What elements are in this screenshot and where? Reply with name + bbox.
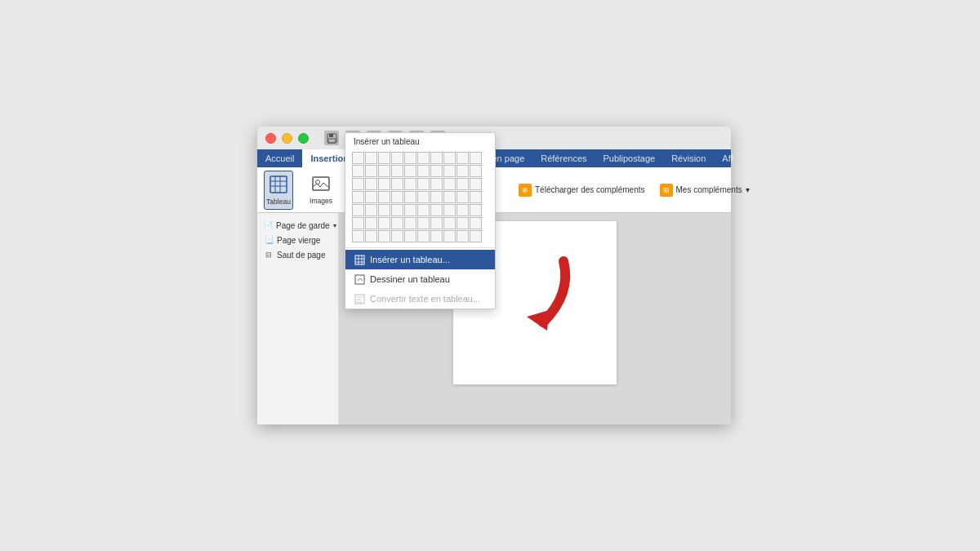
grid-cell-1-7[interactable]	[443, 165, 456, 177]
grid-cell-1-2[interactable]	[378, 165, 390, 177]
grid-cell-4-6[interactable]	[430, 204, 443, 216]
grid-cell-3-7[interactable]	[443, 191, 456, 203]
page-vierge-icon: 📃	[264, 235, 274, 245]
grid-cell-0-6[interactable]	[430, 152, 443, 164]
grid-cell-6-7[interactable]	[443, 230, 456, 242]
grid-cell-2-8[interactable]	[457, 178, 469, 190]
grid-cell-5-9[interactable]	[470, 217, 482, 229]
grid-cell-3-8[interactable]	[457, 191, 469, 203]
grid-cell-6-0[interactable]	[352, 230, 364, 242]
download-addons-icon: ⊕	[519, 184, 532, 197]
grid-cell-6-4[interactable]	[404, 230, 416, 242]
grid-cell-1-8[interactable]	[457, 165, 469, 177]
grid-cell-2-2[interactable]	[378, 178, 390, 190]
grid-cell-0-1[interactable]	[365, 152, 377, 164]
grid-cell-1-6[interactable]	[430, 165, 443, 177]
grid-cell-3-3[interactable]	[391, 191, 403, 203]
grid-cell-4-4[interactable]	[404, 204, 416, 216]
grid-cell-2-3[interactable]	[391, 178, 403, 190]
dropdown-divider-1	[345, 247, 495, 248]
sidebar-item-page-vierge[interactable]: 📃 Page vierge	[257, 233, 338, 247]
grid-cell-6-1[interactable]	[365, 230, 377, 242]
grid-cell-1-4[interactable]	[404, 165, 416, 177]
tab-publipostage[interactable]: Publipostage	[595, 149, 664, 167]
grid-cell-3-9[interactable]	[470, 191, 482, 203]
grid-cell-0-2[interactable]	[378, 152, 390, 164]
grid-cell-3-1[interactable]	[365, 191, 377, 203]
grid-cell-0-8[interactable]	[457, 152, 469, 164]
convert-table-icon	[354, 293, 365, 304]
table-grid[interactable]	[345, 149, 495, 246]
save-icon[interactable]	[324, 131, 339, 145]
grid-cell-2-6[interactable]	[430, 178, 443, 190]
grid-cell-5-0[interactable]	[352, 217, 364, 229]
grid-cell-4-0[interactable]	[352, 204, 364, 216]
grid-cell-6-3[interactable]	[391, 230, 403, 242]
draw-table-label: Dessiner un tableau	[370, 274, 450, 284]
grid-cell-2-7[interactable]	[443, 178, 456, 190]
tab-revision[interactable]: Révision	[663, 149, 714, 167]
tab-accueil[interactable]: Accueil	[257, 149, 302, 167]
grid-cell-4-2[interactable]	[378, 204, 390, 216]
grid-cell-4-5[interactable]	[417, 204, 430, 216]
grid-cell-6-9[interactable]	[470, 230, 482, 242]
grid-cell-0-7[interactable]	[443, 152, 456, 164]
grid-cell-3-0[interactable]	[352, 191, 364, 203]
grid-cell-5-2[interactable]	[378, 217, 390, 229]
grid-cell-4-1[interactable]	[365, 204, 377, 216]
images-button[interactable]: Images	[306, 171, 336, 210]
dropdown-title: Insérer un tableau	[345, 133, 495, 149]
convert-table-item: Convertir texte en tableau...	[345, 289, 495, 309]
insert-table-label: Insérer un tableau...	[370, 255, 450, 264]
grid-cell-5-3[interactable]	[391, 217, 403, 229]
draw-table-item[interactable]: Dessiner un tableau	[345, 269, 495, 289]
grid-cell-1-1[interactable]	[365, 165, 377, 177]
grid-cell-2-5[interactable]	[417, 178, 430, 190]
grid-cell-3-6[interactable]	[430, 191, 443, 203]
grid-cell-3-2[interactable]	[378, 191, 390, 203]
grid-cell-0-9[interactable]	[470, 152, 482, 164]
grid-cell-0-3[interactable]	[391, 152, 403, 164]
grid-cell-3-4[interactable]	[404, 191, 416, 203]
tab-aff[interactable]: Aff	[714, 149, 741, 167]
grid-cell-0-5[interactable]	[417, 152, 430, 164]
sidebar-panel: 📄 Page de garde ▾ 📃 Page vierge ⊟ Saut d…	[257, 213, 339, 424]
grid-cell-1-9[interactable]	[470, 165, 482, 177]
grid-cell-6-2[interactable]	[378, 230, 390, 242]
minimize-button[interactable]	[282, 133, 292, 144]
tab-references[interactable]: Références	[532, 149, 595, 167]
grid-cell-2-0[interactable]	[352, 178, 364, 190]
grid-cell-5-6[interactable]	[430, 217, 443, 229]
my-addons-button[interactable]: ⊞ Mes compléments ▾	[653, 180, 756, 200]
grid-cell-5-5[interactable]	[417, 217, 430, 229]
sidebar-label-saut-de-page: Saut de page	[277, 251, 326, 260]
grid-cell-1-3[interactable]	[391, 165, 403, 177]
grid-cell-0-0[interactable]	[352, 152, 364, 164]
grid-cell-4-3[interactable]	[391, 204, 403, 216]
sidebar-item-saut-de-page[interactable]: ⊟ Saut de page	[257, 247, 338, 262]
download-addons-button[interactable]: ⊕ Télécharger des compléments	[512, 180, 652, 200]
grid-cell-5-8[interactable]	[457, 217, 469, 229]
grid-cell-4-7[interactable]	[443, 204, 456, 216]
grid-cell-1-5[interactable]	[417, 165, 430, 177]
grid-cell-4-9[interactable]	[470, 204, 482, 216]
grid-cell-2-9[interactable]	[470, 178, 482, 190]
grid-cell-5-1[interactable]	[365, 217, 377, 229]
grid-cell-2-1[interactable]	[365, 178, 377, 190]
grid-cell-4-8[interactable]	[457, 204, 469, 216]
insert-table-item[interactable]: Insérer un tableau...	[345, 250, 495, 269]
grid-cell-2-4[interactable]	[404, 178, 416, 190]
close-button[interactable]	[265, 133, 276, 144]
grid-cell-5-7[interactable]	[443, 217, 456, 229]
table-button[interactable]: Tableau	[264, 171, 293, 210]
page-de-garde-icon: 📄	[264, 220, 273, 230]
maximize-button[interactable]	[298, 133, 309, 144]
sidebar-item-page-de-garde[interactable]: 📄 Page de garde ▾	[257, 218, 338, 233]
grid-cell-6-5[interactable]	[417, 230, 430, 242]
grid-cell-1-0[interactable]	[352, 165, 364, 177]
grid-cell-6-6[interactable]	[430, 230, 443, 242]
grid-cell-3-5[interactable]	[417, 191, 430, 203]
grid-cell-5-4[interactable]	[404, 217, 416, 229]
grid-cell-6-8[interactable]	[457, 230, 469, 242]
grid-cell-0-4[interactable]	[404, 152, 416, 164]
